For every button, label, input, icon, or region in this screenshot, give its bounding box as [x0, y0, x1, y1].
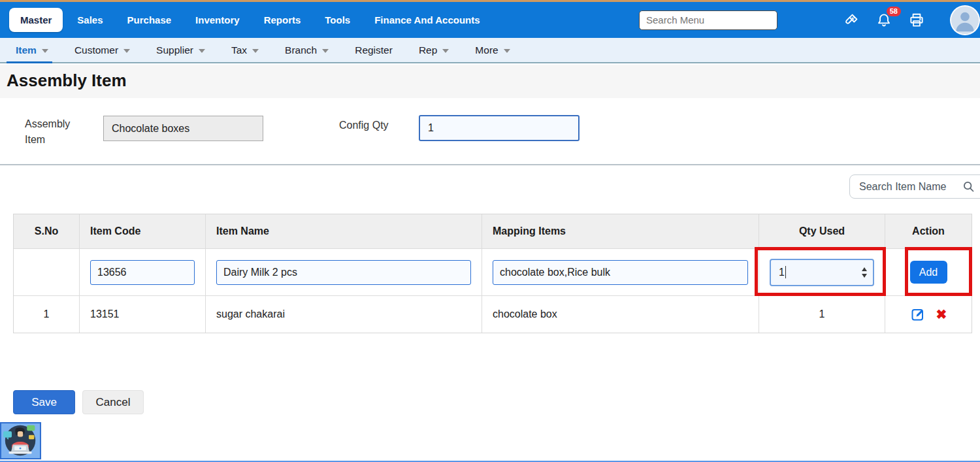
nav-item-tools[interactable]: Tools: [325, 14, 350, 25]
subnav-item-label: Customer: [74, 44, 118, 56]
item-name-input[interactable]: [216, 260, 471, 285]
subnav-item-label: Supplier: [156, 44, 193, 56]
page-title: Assembly Item: [7, 71, 127, 91]
entry-mapping-items-cell: [482, 249, 759, 295]
table-row: 1 13151 sugar chakarai chocolate box 1 ✖: [14, 295, 972, 333]
col-header-qty-used: Qty Used: [759, 214, 885, 248]
add-button[interactable]: Add: [910, 261, 947, 284]
assembly-item-page: Master Sales Purchase Inventory Reports …: [0, 0, 980, 462]
section-divider: [0, 164, 980, 165]
mapping-items-table: S.No Item Code Item Name Mapping Items Q…: [13, 214, 972, 333]
delete-icon[interactable]: ✖: [936, 308, 947, 321]
subnav-item-label: Branch: [285, 44, 317, 56]
row-item-name: sugar chakarai: [206, 296, 482, 333]
entry-sno-cell: [14, 249, 80, 295]
subnav-item-label: More: [475, 44, 498, 56]
subnav-item-branch[interactable]: Branch: [285, 38, 329, 62]
subnav-item-customer[interactable]: Customer: [74, 38, 130, 62]
subnav-item-supplier[interactable]: Supplier: [156, 38, 205, 62]
row-mapping-items: chocolate box: [482, 296, 759, 333]
row-qty-used: 1: [759, 296, 885, 333]
support-chat-icon[interactable]: [0, 422, 41, 459]
master-sub-navigation: Item Customer Supplier Tax Branch Regist…: [0, 38, 980, 63]
save-button[interactable]: Save: [13, 390, 75, 414]
cancel-button[interactable]: Cancel: [82, 390, 144, 414]
number-spinner[interactable]: [858, 265, 870, 280]
chevron-down-icon: [504, 49, 510, 53]
nav-master-button[interactable]: Master: [9, 8, 63, 32]
topbar-icon-group: 58: [843, 5, 980, 35]
notifications-bell-icon[interactable]: 58: [875, 12, 892, 29]
chevron-down-icon: [123, 49, 130, 53]
nav-item-finance-and-accounts[interactable]: Finance And Accounts: [374, 14, 480, 25]
entry-qty-used-cell: 1: [759, 249, 885, 295]
nav-item-reports[interactable]: Reports: [264, 14, 301, 25]
top-nav-links: Sales Purchase Inventory Reports Tools F…: [77, 14, 480, 25]
menu-search-input[interactable]: [639, 10, 777, 30]
subnav-item-item[interactable]: Item: [16, 38, 48, 62]
col-header-item-code: Item Code: [80, 214, 206, 248]
entry-item-code-cell: [80, 249, 206, 295]
chevron-down-icon: [252, 49, 259, 53]
chevron-down-icon: [442, 49, 449, 53]
assembly-item-field[interactable]: [103, 116, 263, 141]
chevron-down-icon: [199, 49, 205, 53]
spinner-up-icon[interactable]: [862, 267, 867, 271]
subnav-item-label: Tax: [231, 44, 247, 56]
row-sno: 1: [14, 296, 80, 333]
search-icon[interactable]: [962, 180, 975, 193]
col-header-action: Action: [885, 214, 972, 248]
row-action-cell: ✖: [885, 296, 972, 333]
subnav-item-label: Item: [16, 44, 37, 56]
subnav-item-label: Register: [355, 44, 393, 56]
table-entry-row: 1 Add: [14, 248, 972, 295]
edit-icon[interactable]: [910, 306, 926, 322]
top-navigation-bar: Master Sales Purchase Inventory Reports …: [0, 2, 980, 38]
chevron-down-icon: [322, 49, 329, 53]
entry-action-cell: Add: [885, 249, 972, 295]
config-qty-label: Config Qty: [339, 118, 389, 133]
text-cursor: [785, 266, 786, 278]
col-header-mapping-items: Mapping Items: [482, 214, 759, 248]
mapping-items-input[interactable]: [493, 260, 748, 285]
assembly-item-label: Assembly Item: [25, 116, 78, 148]
theme-brush-icon[interactable]: [843, 12, 860, 29]
print-icon[interactable]: [908, 12, 925, 29]
user-avatar[interactable]: [950, 5, 980, 35]
nav-item-inventory[interactable]: Inventory: [195, 14, 240, 25]
notification-count-badge: 58: [887, 7, 901, 16]
search-item-name-input[interactable]: [849, 174, 980, 199]
config-qty-field[interactable]: [419, 115, 580, 141]
nav-item-purchase[interactable]: Purchase: [127, 14, 172, 25]
nav-item-sales[interactable]: Sales: [77, 14, 103, 25]
entry-item-name-cell: [206, 249, 482, 295]
col-header-item-name: Item Name: [206, 214, 482, 248]
row-item-code: 13151: [80, 296, 206, 333]
subnav-item-label: Rep: [419, 44, 437, 56]
row-action-icons: ✖: [910, 306, 947, 322]
subnav-item-register[interactable]: Register: [355, 38, 393, 62]
subnav-item-tax[interactable]: Tax: [231, 38, 259, 62]
qty-used-value: 1: [779, 267, 785, 278]
subnav-item-more[interactable]: More: [475, 38, 510, 62]
table-header-row: S.No Item Code Item Name Mapping Items Q…: [14, 214, 972, 248]
qty-used-input[interactable]: 1: [770, 259, 874, 286]
spinner-down-icon[interactable]: [862, 274, 867, 278]
subnav-item-rep[interactable]: Rep: [419, 38, 449, 62]
col-header-sno: S.No: [14, 214, 80, 248]
page-title-band: Assembly Item: [0, 65, 980, 98]
item-code-input[interactable]: [90, 260, 195, 285]
chevron-down-icon: [42, 49, 48, 53]
